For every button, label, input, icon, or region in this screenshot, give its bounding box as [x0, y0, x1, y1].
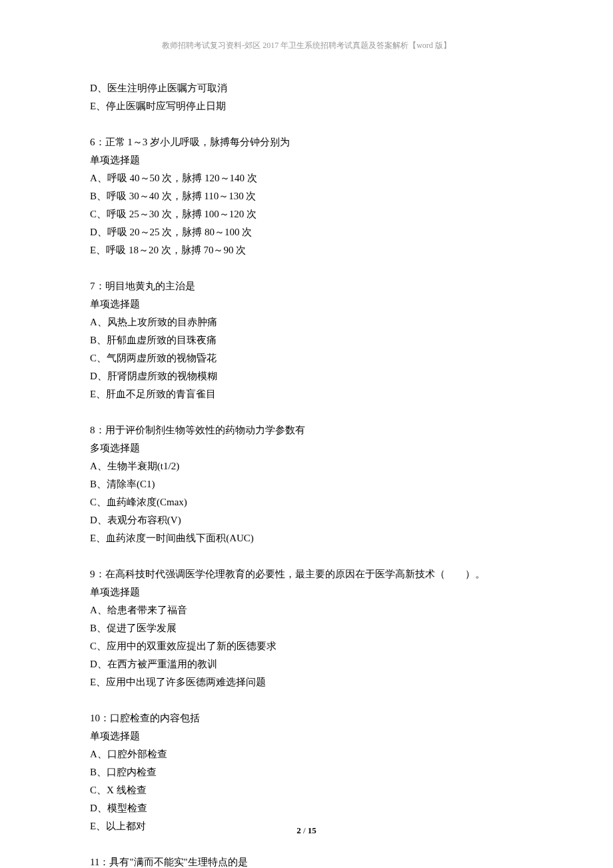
q8-type: 多项选择题	[90, 439, 523, 457]
total-pages: 15	[308, 825, 316, 835]
q6-option-a: A、呼吸 40～50 次，脉搏 120～140 次	[90, 169, 523, 187]
question-8: 8：用于评价制剂生物等效性的药物动力学参数有 多项选择题 A、生物半衰期(t1/…	[90, 421, 523, 547]
q9-stem: 9：在高科技时代强调医学伦理教育的必要性，最主要的原因在于医学高新技术（ ）。	[90, 565, 523, 583]
q6-option-b: B、呼吸 30～40 次，脉搏 110～130 次	[90, 187, 523, 205]
q7-option-d: D、肝肾阴虚所致的视物模糊	[90, 367, 523, 385]
q8-option-c: C、血药峰浓度(Cmax)	[90, 493, 523, 511]
q10-option-c: C、X 线检查	[90, 781, 523, 799]
q10-type: 单项选择题	[90, 727, 523, 745]
q8-option-b: B、清除率(C1)	[90, 475, 523, 493]
q10-option-b: B、口腔内检查	[90, 763, 523, 781]
q6-option-d: D、呼吸 20～25 次，脉搏 80～100 次	[90, 223, 523, 241]
q8-stem: 8：用于评价制剂生物等效性的药物动力学参数有	[90, 421, 523, 439]
q8-option-d: D、表观分布容积(V)	[90, 511, 523, 529]
q7-option-c: C、气阴两虚所致的视物昏花	[90, 349, 523, 367]
question-5-partial: D、医生注明停止医嘱方可取消 E、停止医嘱时应写明停止日期	[90, 79, 523, 115]
q9-option-e: E、应用中出现了许多医德两难选择问题	[90, 673, 523, 691]
q6-option-c: C、呼吸 25～30 次，脉搏 100～120 次	[90, 205, 523, 223]
q6-option-e: E、呼吸 18～20 次，脉搏 70～90 次	[90, 241, 523, 259]
question-9: 9：在高科技时代强调医学伦理教育的必要性，最主要的原因在于医学高新技术（ ）。 …	[90, 565, 523, 691]
q7-type: 单项选择题	[90, 295, 523, 313]
q9-option-c: C、应用中的双重效应提出了新的医德要求	[90, 637, 523, 655]
q7-stem: 7：明目地黄丸的主治是	[90, 277, 523, 295]
q9-option-a: A、给患者带来了福音	[90, 601, 523, 619]
q5-option-d: D、医生注明停止医嘱方可取消	[90, 79, 523, 97]
page-separator: /	[301, 825, 308, 835]
q9-option-d: D、在西方被严重滥用的教训	[90, 655, 523, 673]
q7-option-e: E、肝血不足所致的青盲雀目	[90, 385, 523, 403]
q10-stem: 10：口腔检查的内容包括	[90, 709, 523, 727]
q8-option-a: A、生物半衰期(t1/2)	[90, 457, 523, 475]
q11-stem: 11：具有"满而不能实"生理特点的是	[90, 853, 523, 868]
q9-type: 单项选择题	[90, 583, 523, 601]
q6-stem: 6：正常 1～3 岁小儿呼吸，脉搏每分钟分别为	[90, 133, 523, 151]
q7-option-b: B、肝郁血虚所致的目珠夜痛	[90, 331, 523, 349]
question-7: 7：明目地黄丸的主治是 单项选择题 A、风热上攻所致的目赤肿痛 B、肝郁血虚所致…	[90, 277, 523, 403]
question-10: 10：口腔检查的内容包括 单项选择题 A、口腔外部检查 B、口腔内检查 C、X …	[90, 709, 523, 835]
q10-option-a: A、口腔外部检查	[90, 745, 523, 763]
q6-type: 单项选择题	[90, 151, 523, 169]
q10-option-d: D、模型检查	[90, 799, 523, 817]
page-header: 教师招聘考试复习资料-郊区 2017 年卫生系统招聘考试真题及答案解析【word…	[90, 40, 523, 51]
question-11-partial: 11：具有"满而不能实"生理特点的是	[90, 853, 523, 868]
document-body: D、医生注明停止医嘱方可取消 E、停止医嘱时应写明停止日期 6：正常 1～3 岁…	[90, 79, 523, 868]
q8-option-e: E、血药浓度一时间曲线下面积(AUC)	[90, 529, 523, 547]
q5-option-e: E、停止医嘱时应写明停止日期	[90, 97, 523, 115]
q9-option-b: B、促进了医学发展	[90, 619, 523, 637]
q7-option-a: A、风热上攻所致的目赤肿痛	[90, 313, 523, 331]
question-6: 6：正常 1～3 岁小儿呼吸，脉搏每分钟分别为 单项选择题 A、呼吸 40～50…	[90, 133, 523, 259]
page-footer: 2 / 15	[0, 825, 613, 836]
